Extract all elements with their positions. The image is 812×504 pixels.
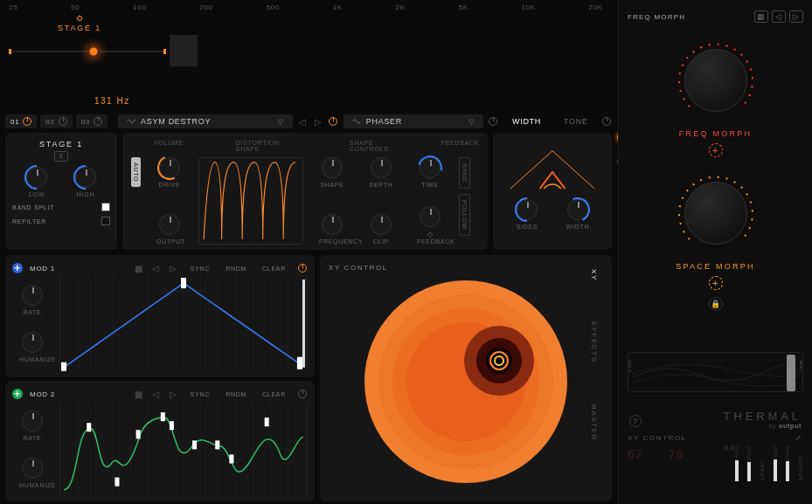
- mod1-clear-button[interactable]: CLEAR: [258, 264, 290, 273]
- mod2-rate-knob[interactable]: RATE: [19, 411, 45, 441]
- auto-gain-button[interactable]: AUTO: [131, 157, 141, 187]
- sync-button[interactable]: SYNC: [459, 157, 470, 189]
- mod1-curve-editor[interactable]: [59, 276, 308, 370]
- follow-button[interactable]: FOLLOW: [459, 194, 470, 236]
- mod1-prev-button[interactable]: ◁: [151, 263, 162, 273]
- mod2-preset-icon[interactable]: ▦: [134, 389, 144, 399]
- fx1-next-button[interactable]: ▷: [313, 116, 323, 127]
- width-visualizer: [502, 142, 603, 194]
- mod1-next-button[interactable]: ▷: [169, 263, 179, 273]
- freq-morph-assign-button[interactable]: +: [709, 143, 723, 157]
- master-view-tab[interactable]: MASTER: [587, 397, 600, 448]
- xy-y-value: 76: [669, 447, 684, 461]
- svg-rect-9: [192, 440, 197, 449]
- sine-icon: [352, 117, 361, 126]
- frequency-knob[interactable]: FREQUENCY: [319, 214, 345, 245]
- refilter-checkbox[interactable]: [101, 217, 110, 225]
- solo-button[interactable]: S: [54, 151, 68, 162]
- distortion-panel: VOLUME DISTORTION SHAPE SHAPE CONTROLS F…: [122, 133, 488, 250]
- sides-knob[interactable]: SIDES: [514, 199, 540, 230]
- width-power-button[interactable]: [602, 116, 612, 127]
- low-cut-knob[interactable]: LOW: [24, 167, 50, 197]
- effects-view-tab[interactable]: EFFECTS: [587, 314, 600, 370]
- fx2-selector[interactable]: PHASER ▽: [344, 114, 483, 128]
- mod1-random-button[interactable]: RNDM: [221, 264, 251, 273]
- xy-x-value: 67: [628, 447, 642, 461]
- depth-knob[interactable]: DEPTH: [368, 157, 394, 188]
- chevron-down-icon: ▽: [468, 118, 475, 126]
- xy-pad[interactable]: [361, 277, 571, 487]
- time-knob[interactable]: TIME: [417, 157, 443, 188]
- dry-wet-display: DRY WET: [628, 352, 803, 392]
- brand-logo: THERMAL by output: [724, 410, 802, 429]
- mod1-panel: + MOD 1 ▦ ◁ ▷ SYNC RNDM CLEAR RATE HUMAN…: [5, 255, 315, 377]
- tone-tab[interactable]: TONE: [555, 114, 597, 128]
- crossover-node[interactable]: [87, 45, 100, 58]
- input-meter: [735, 446, 739, 481]
- fx1-power-button[interactable]: [329, 116, 338, 127]
- mod2-prev-button[interactable]: ◁: [151, 389, 162, 399]
- fx1-selector[interactable]: ASYM DESTROY ▽: [118, 114, 293, 128]
- output-knob[interactable]: OUTPUT: [156, 214, 183, 245]
- mod2-clear-button[interactable]: CLEAR: [258, 390, 290, 399]
- mod2-curve-editor[interactable]: [59, 402, 308, 496]
- fx1-prev-button[interactable]: ◁: [298, 116, 308, 127]
- svg-rect-1: [181, 278, 186, 288]
- mod2-sync-button[interactable]: SYNC: [186, 390, 214, 399]
- frequency-spectrum[interactable]: 25501002005001K2K5K10K20K STAGE 1: [0, 0, 612, 77]
- stage-tab-02[interactable]: 02: [40, 114, 72, 128]
- output-meter-r: [786, 446, 789, 481]
- shape-knob[interactable]: SHAPE: [319, 157, 345, 188]
- help-button[interactable]: ?: [629, 415, 642, 427]
- svg-rect-7: [161, 412, 165, 421]
- section-tabs: 010203 ASYM DESTROY ▽ ◁ ▷ PHASER ▽ WIDTH…: [5, 112, 612, 131]
- svg-rect-6: [136, 430, 141, 438]
- mod2-humanize-knob[interactable]: HUMANIZE: [19, 458, 45, 488]
- mod2-random-button[interactable]: RNDM: [221, 390, 251, 399]
- global-panel: FREQ MORPH ▦ ◁ ▷ FREQ MORPH + SPACE MORP…: [618, 0, 812, 504]
- mod1-power-button[interactable]: [297, 263, 308, 273]
- mod2-power-button[interactable]: [297, 389, 308, 399]
- stage-tab-01[interactable]: 01: [5, 114, 37, 128]
- xy-view-tab[interactable]: XY: [587, 262, 600, 288]
- preset-browser-button[interactable]: ▦: [754, 10, 768, 23]
- svg-rect-4: [87, 423, 91, 432]
- drive-knob[interactable]: DRIVE: [156, 157, 183, 188]
- svg-rect-3: [302, 280, 305, 368]
- dry-wet-slider[interactable]: [787, 355, 795, 391]
- frequency-readout: 131 Hz: [94, 96, 130, 106]
- preset-prev-button[interactable]: ◁: [772, 10, 786, 23]
- stage-tab-03[interactable]: 03: [76, 114, 108, 128]
- mod1-sync-button[interactable]: SYNC: [186, 264, 214, 273]
- frequency-ticks: 25501002005001K2K5K10K20K: [9, 3, 603, 11]
- space-morph-assign-button[interactable]: +: [709, 276, 723, 290]
- mod1-rate-knob[interactable]: RATE: [19, 285, 45, 315]
- feedback-knob[interactable]: ◇FEEDBACK: [417, 206, 443, 245]
- fx2-power-button[interactable]: [489, 116, 498, 127]
- band-split-checkbox[interactable]: [101, 203, 110, 211]
- distortion-shape-display[interactable]: [198, 157, 303, 245]
- svg-rect-11: [229, 454, 233, 463]
- mod2-assign-icon[interactable]: +: [12, 389, 23, 399]
- freq-morph-knob[interactable]: [672, 37, 760, 124]
- mod1-humanize-knob[interactable]: HUMANIZE: [19, 332, 45, 362]
- clip-knob[interactable]: CLIP: [368, 214, 394, 245]
- width-knob[interactable]: WIDTH: [565, 199, 591, 230]
- mod1-title: MOD 1: [30, 265, 55, 273]
- high-cut-knob[interactable]: HIGH: [73, 167, 99, 197]
- mod1-assign-icon[interactable]: +: [12, 263, 23, 273]
- space-morph-label: SPACE MORPH: [628, 262, 803, 271]
- width-tab[interactable]: WIDTH: [503, 114, 550, 128]
- preset-next-button[interactable]: ▷: [789, 10, 803, 23]
- io-meters: 0.0 INPUT OUTPUT: [735, 446, 803, 481]
- xy-mini-panel: XY CONTROL ⤢ 67 76 0.0 INPUT OUTPUT: [628, 434, 803, 495]
- xy-expand-button[interactable]: ⤢: [795, 434, 803, 442]
- lock-button[interactable]: 🔒: [709, 297, 723, 311]
- mod2-panel: + MOD 2 ▦ ◁ ▷ SYNC RNDM CLEAR RATE HUMAN…: [5, 381, 315, 501]
- width-panel: SIDES WIDTH: [493, 133, 612, 250]
- mod2-next-button[interactable]: ▷: [169, 389, 179, 399]
- svg-rect-2: [297, 357, 302, 369]
- mod1-preset-icon[interactable]: ▦: [134, 263, 144, 273]
- svg-rect-0: [61, 362, 66, 371]
- space-morph-knob[interactable]: [672, 169, 760, 257]
